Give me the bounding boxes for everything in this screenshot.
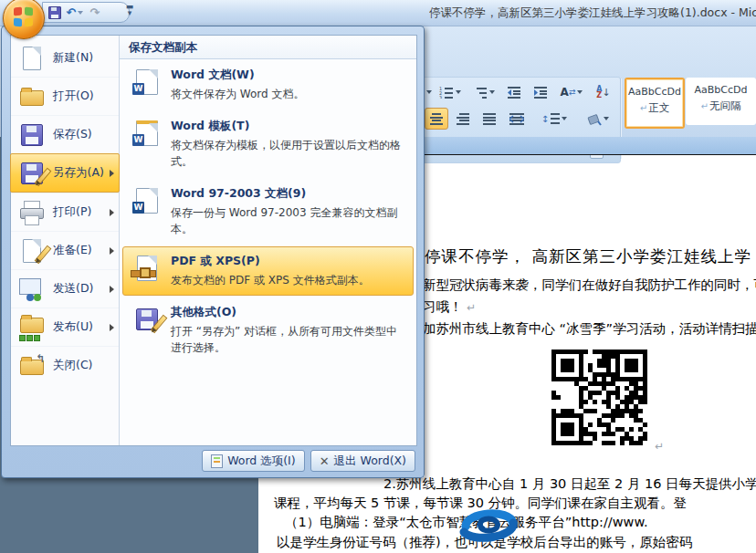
chevron-down-icon bbox=[456, 90, 461, 94]
word-template-icon: W bbox=[132, 119, 162, 148]
document-heading: 停课不停学， 高新区第三小学娄江娃线上学 bbox=[425, 245, 751, 267]
menu-item-save-as[interactable]: 另存为(A) bbox=[10, 153, 120, 193]
submenu-item-word-97-2003[interactable]: W Word 97-2003 文档(9)保存一份与 Word 97-2003 完… bbox=[122, 179, 414, 245]
menu-item-send[interactable]: 发送(D) bbox=[11, 269, 119, 308]
svg-text:3: 3 bbox=[439, 95, 442, 99]
customize-quick-access-icon[interactable]: ▬▾ bbox=[122, 4, 137, 18]
office-logo-icon bbox=[14, 7, 33, 26]
menu-item-print[interactable]: 打印(P) bbox=[11, 193, 119, 231]
justify-button[interactable] bbox=[478, 108, 501, 130]
exit-icon: ✕ bbox=[320, 454, 330, 468]
numbered-list-button[interactable]: 123 bbox=[435, 81, 466, 103]
align-right-button[interactable] bbox=[451, 108, 475, 130]
publish-icon bbox=[18, 314, 46, 341]
menu-item-open[interactable]: 打开(O) bbox=[11, 77, 119, 115]
decrease-indent-button[interactable] bbox=[502, 81, 526, 103]
chevron-down-icon bbox=[562, 117, 567, 120]
submenu-item-pdf-xps[interactable]: PDF 或 XPS(P)发布文档的 PDF 或 XPS 文件格式副本。 bbox=[122, 246, 414, 296]
style-name: ↵无间隔 bbox=[686, 99, 756, 113]
office-menu: 新建(N) 打开(O) 保存(S) 另存为(A) 打印(P) bbox=[1, 26, 425, 478]
style-card-normal[interactable]: AaBbCcDd ↵正文 bbox=[625, 78, 685, 129]
sort-button[interactable]: AZ ↓ bbox=[591, 81, 616, 103]
chevron-down-icon bbox=[604, 117, 609, 120]
paragraph-mark-icon: ↵ bbox=[655, 440, 664, 453]
menu-item-prepare[interactable]: 准备(E) bbox=[11, 231, 119, 269]
menu-item-close[interactable]: ↰ 关闭(C) bbox=[11, 346, 119, 384]
asian-layout-button[interactable]: A⇄ bbox=[555, 81, 588, 103]
prepare-icon bbox=[18, 237, 46, 265]
submenu-item-word-template[interactable]: W Word 模板(T)将文档保存为模板，以便用于设置以后文档的格式。 bbox=[122, 111, 414, 177]
word-options-button[interactable]: Word 选项(I) bbox=[202, 450, 305, 472]
style-sample: AaBbCcDd bbox=[626, 86, 683, 98]
ribbon-bottom-band bbox=[415, 137, 756, 155]
office-menu-left-pane: 新建(N) 打开(O) 保存(S) 另存为(A) 打印(P) bbox=[11, 36, 120, 445]
word-options-icon bbox=[211, 454, 223, 468]
undo-icon[interactable]: ↶ bbox=[67, 5, 83, 20]
menu-item-save[interactable]: 保存(S) bbox=[11, 115, 119, 153]
save-icon[interactable] bbox=[47, 5, 63, 20]
document-line: 新型冠状病毒来袭，同学们在做好自我防护工作的同时，可以 bbox=[423, 276, 756, 294]
style-card-no-spacing[interactable]: AaBbCcDd ↵无间隔 bbox=[686, 78, 756, 125]
shading-button[interactable] bbox=[581, 108, 615, 130]
new-document-icon bbox=[18, 45, 46, 72]
paragraph-mark-icon: ↵ bbox=[467, 301, 476, 314]
submenu-arrow-icon bbox=[110, 324, 114, 331]
chevron-down-icon bbox=[577, 90, 583, 94]
print-icon bbox=[18, 199, 46, 226]
submenu-arrow-icon bbox=[110, 286, 114, 293]
chevron-down-icon[interactable] bbox=[426, 90, 432, 94]
save-as-submenu: 保存文档副本 W Word 文档(W)将文件保存为 Word 文档。 W Wor… bbox=[120, 36, 416, 445]
chevron-down-icon bbox=[489, 90, 495, 94]
align-center-button[interactable] bbox=[425, 108, 448, 130]
quick-access-toolbar: ↶ ↷ bbox=[42, 2, 130, 23]
swirl-logo-watermark bbox=[453, 499, 522, 548]
exit-word-button[interactable]: ✕ 退出 Word(X) bbox=[310, 450, 415, 472]
submenu-item-word-document[interactable]: W Word 文档(W)将文件保存为 Word 文档。 bbox=[122, 60, 414, 110]
send-icon bbox=[18, 276, 46, 303]
menu-item-publish[interactable]: 发布(U) bbox=[11, 308, 119, 346]
menu-item-new[interactable]: 新建(N) bbox=[11, 39, 119, 77]
multilevel-list-button[interactable] bbox=[468, 81, 499, 103]
save-icon bbox=[18, 121, 46, 149]
increase-indent-button[interactable] bbox=[529, 81, 552, 103]
style-sample: AaBbCcDd bbox=[686, 84, 756, 96]
style-name: ↵正文 bbox=[626, 101, 683, 115]
pdf-xps-icon bbox=[132, 254, 162, 283]
window-title: 停课不停学，高新区第三小学娄江娃线上学习攻略(1).docx - Micr bbox=[429, 5, 756, 22]
office-menu-footer: Word 选项(I) ✕ 退出 Word(X) bbox=[202, 450, 415, 472]
submenu-header: 保存文档副本 bbox=[120, 36, 416, 59]
submenu-item-other-formats[interactable]: 其他格式(O)打开 “另存为” 对话框，从所有可用文件类型中进行选择。 bbox=[122, 297, 414, 363]
title-bar: ↶ ↷ ▬▾ 停课不停学，高新区第三小学娄江娃线上学习攻略(1).docx - … bbox=[0, 0, 756, 26]
document-line: 2.苏州线上教育中心自 1 月 30 日起至 2 月 16 日每天提供小学一至 bbox=[383, 475, 756, 493]
word-97-2003-icon: W bbox=[132, 186, 162, 215]
submenu-arrow-icon bbox=[110, 247, 114, 255]
line-spacing-button[interactable]: ↕ bbox=[538, 108, 571, 130]
document-line: 加苏州市线上教育中心 “冰雪季”学习活动，活动详情扫描二 bbox=[423, 320, 756, 338]
document-line: 习哦！ ↵ bbox=[423, 298, 476, 316]
submenu-arrow-icon bbox=[110, 170, 114, 177]
qr-code-image bbox=[549, 347, 651, 449]
save-as-icon bbox=[18, 160, 46, 187]
close-icon: ↰ bbox=[18, 352, 46, 380]
other-formats-icon bbox=[132, 305, 162, 334]
submenu-arrow-icon bbox=[110, 209, 114, 216]
redo-icon[interactable]: ↷ bbox=[87, 5, 103, 20]
distribute-button[interactable] bbox=[504, 108, 530, 130]
word-document-icon: W bbox=[132, 68, 162, 97]
word-application-window: 停课不停学， 高新区第三小学娄江娃线上学 新型冠状病毒来袭，同学们在做好自我防护… bbox=[0, 0, 756, 553]
open-folder-icon bbox=[18, 83, 46, 110]
